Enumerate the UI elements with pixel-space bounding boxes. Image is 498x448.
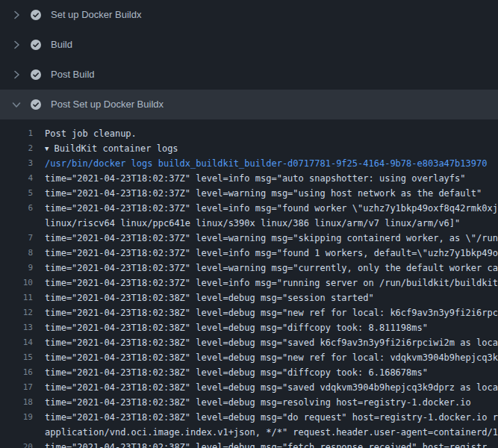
log-line: 19 time="2021-04-23T18:02:38Z" level=deb… [0, 410, 498, 425]
line-text: linux/riscv64 linux/ppc641e linux/s390x … [45, 216, 460, 231]
line-number[interactable]: 4 [0, 171, 45, 186]
step-section-header[interactable]: Build [0, 30, 498, 60]
log-line: 17 time="2021-04-23T18:02:38Z" level=deb… [0, 380, 498, 395]
line-number[interactable]: 5 [0, 186, 45, 201]
line-text: time="2021-04-23T18:02:38Z" level=debug … [45, 350, 498, 365]
log-line: 7 time="2021-04-23T18:02:37Z" level=warn… [0, 231, 498, 246]
step-section-list: Set up Docker Buildx Build Post Buil [0, 0, 498, 119]
line-text: time="2021-04-23T18:02:37Z" level=warnin… [45, 231, 498, 246]
chevron-right-icon [10, 39, 22, 51]
line-number[interactable]: 14 [0, 335, 45, 350]
line-number[interactable]: 1 [0, 126, 45, 141]
line-number[interactable]: 15 [0, 350, 45, 365]
line-number[interactable]: 9 [0, 261, 45, 276]
line-number[interactable]: 3 [0, 156, 45, 171]
line-number[interactable]: 6 [0, 201, 45, 216]
chevron-down-icon [10, 99, 22, 111]
log-line: 13 time="2021-04-23T18:02:38Z" level=deb… [0, 320, 498, 335]
line-text: BuildKit container logs [54, 141, 178, 156]
log-line: 12 time="2021-04-23T18:02:38Z" level=deb… [0, 305, 498, 320]
group-toggle-icon[interactable]: ▼ [45, 141, 49, 156]
line-number[interactable]: 13 [0, 320, 45, 335]
log-line: linux/riscv64 linux/ppc641e linux/s390x … [0, 216, 498, 231]
line-text: time="2021-04-23T18:02:38Z" level=debug … [45, 410, 498, 425]
log-line: 6 time="2021-04-23T18:02:37Z" level=info… [0, 201, 498, 216]
step-section-label: Post Set up Docker Buildx [51, 99, 164, 111]
line-number[interactable]: 20 [0, 440, 45, 448]
line-text: time="2021-04-23T18:02:37Z" level=info m… [45, 246, 498, 261]
line-number[interactable]: 16 [0, 365, 45, 380]
step-section-label: Post Build [51, 69, 95, 81]
line-number[interactable]: 19 [0, 410, 45, 425]
log-line: 8 time="2021-04-23T18:02:37Z" level=info… [0, 246, 498, 261]
step-section-header[interactable]: Set up Docker Buildx [0, 0, 498, 30]
line-text: time="2021-04-23T18:02:38Z" level=debug … [45, 305, 498, 320]
line-number[interactable]: 10 [0, 276, 45, 290]
line-text: time="2021-04-23T18:02:38Z" level=debug … [45, 290, 374, 305]
log-line: 10 time="2021-04-23T18:02:37Z" level=inf… [0, 276, 498, 290]
log-line: 18 time="2021-04-23T18:02:38Z" level=deb… [0, 395, 498, 410]
check-circle-icon [30, 99, 42, 111]
line-text: time="2021-04-23T18:02:38Z" level=debug … [45, 365, 428, 380]
log-line: application/vnd.oci.image.index.v1+json,… [0, 425, 498, 440]
log-line: 4 time="2021-04-23T18:02:37Z" level=info… [0, 171, 498, 186]
line-text: application/vnd.oci.image.index.v1+json,… [45, 425, 498, 440]
line-number[interactable]: 12 [0, 305, 45, 320]
step-section-label: Build [51, 39, 72, 51]
check-circle-icon [30, 69, 42, 81]
chevron-right-icon [10, 69, 22, 81]
log-line: 14 time="2021-04-23T18:02:38Z" level=deb… [0, 335, 498, 350]
step-section-header[interactable]: Post Set up Docker Buildx [0, 90, 498, 119]
line-number[interactable]: 8 [0, 246, 45, 261]
log-line: 11 time="2021-04-23T18:02:38Z" level=deb… [0, 290, 498, 305]
line-text: /usr/bin/docker logs buildx_buildkit_bui… [45, 156, 487, 171]
line-number[interactable]: 7 [0, 231, 45, 246]
line-number[interactable]: 2 [0, 141, 45, 156]
check-circle-icon [30, 39, 42, 51]
line-number[interactable]: 18 [0, 395, 45, 410]
log-line: 5 time="2021-04-23T18:02:37Z" level=warn… [0, 186, 498, 201]
line-text: time="2021-04-23T18:02:37Z" level=info m… [45, 276, 498, 290]
line-text: time="2021-04-23T18:02:37Z" level=warnin… [45, 261, 498, 276]
line-text: time="2021-04-23T18:02:38Z" level=debug … [45, 320, 428, 335]
step-section-label: Set up Docker Buildx [51, 9, 141, 21]
chevron-right-icon [10, 9, 22, 21]
log-line: 3 /usr/bin/docker logs buildx_buildkit_b… [0, 156, 498, 171]
actions-log-viewer: Set up Docker Buildx Build Post Buil [0, 0, 498, 448]
check-circle-icon [30, 9, 42, 21]
line-number[interactable]: 11 [0, 290, 45, 305]
line-text: time="2021-04-23T18:02:38Z" level=debug … [45, 335, 498, 350]
log-area: 1 Post job cleanup. 2 ▼ BuildKit contain… [0, 119, 498, 448]
log-line: 15 time="2021-04-23T18:02:38Z" level=deb… [0, 350, 498, 365]
log-line[interactable]: 2 ▼ BuildKit container logs [0, 141, 498, 156]
line-text: time="2021-04-23T18:02:37Z" level=info m… [45, 171, 466, 186]
line-text: time="2021-04-23T18:02:38Z" level=debug … [45, 395, 471, 410]
log-line: 16 time="2021-04-23T18:02:38Z" level=deb… [0, 365, 498, 380]
log-line: 1 Post job cleanup. [0, 126, 498, 141]
line-text: time="2021-04-23T18:02:37Z" level=warnin… [45, 186, 482, 201]
line-number[interactable]: 17 [0, 380, 45, 395]
line-text: time="2021-04-23T18:02:38Z" level=debug … [45, 380, 498, 395]
log-line: 9 time="2021-04-23T18:02:37Z" level=warn… [0, 261, 498, 276]
line-text: Post job cleanup. [45, 126, 137, 141]
line-text: time="2021-04-23T18:02:38Z" level=debug … [45, 440, 487, 448]
line-text: time="2021-04-23T18:02:37Z" level=info m… [45, 201, 498, 216]
step-section-header[interactable]: Post Build [0, 60, 498, 90]
log-line: 20 time="2021-04-23T18:02:38Z" level=deb… [0, 440, 498, 448]
